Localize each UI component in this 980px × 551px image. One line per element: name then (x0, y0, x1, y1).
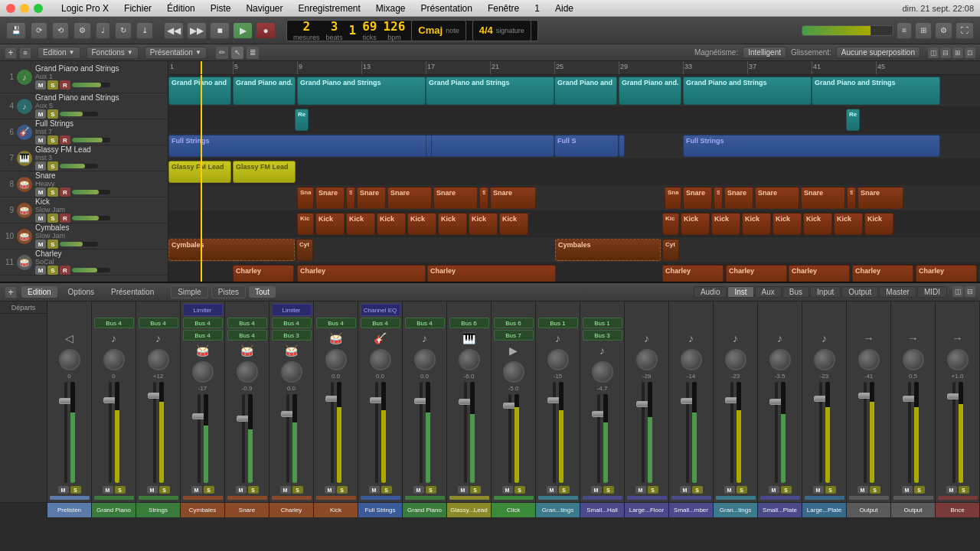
inst-tab[interactable]: Inst (727, 286, 753, 298)
solo-btn-4[interactable]: S (47, 109, 58, 119)
ch-mute-13[interactable]: M (635, 486, 646, 494)
region[interactable]: Grand Piano and... (233, 77, 296, 105)
solo-btn-9[interactable]: S (47, 214, 58, 223)
record-btn-8[interactable]: R (60, 187, 70, 197)
simple-tab[interactable]: Simple (171, 285, 208, 298)
record-btn-1[interactable]: R (60, 80, 70, 90)
ch-solo-16[interactable]: S (781, 486, 792, 494)
mute-btn-6[interactable]: M (35, 135, 46, 145)
menu-fichier[interactable]: Fichier (121, 3, 155, 14)
volume-9[interactable] (72, 216, 110, 220)
region[interactable]: Kick (681, 213, 710, 235)
fader-track-1[interactable] (109, 382, 112, 483)
ch-mute-5[interactable]: M (280, 486, 291, 494)
record-btn-6[interactable]: R (60, 135, 70, 145)
ch-bottom-label-7[interactable]: Full Strings (358, 503, 403, 517)
region[interactable]: Charley (726, 265, 787, 282)
pan-knob-16[interactable] (769, 349, 791, 370)
ch-bottom-label-12[interactable]: Small...Hall (580, 503, 625, 517)
send-6[interactable]: Bus 4 (316, 318, 356, 328)
pan-knob-20[interactable] (947, 349, 969, 370)
region[interactable]: Kic (297, 213, 314, 235)
volume-1[interactable] (72, 83, 110, 87)
region[interactable]: Snare (755, 187, 799, 209)
fader-track-10[interactable] (508, 394, 511, 483)
ch-bottom-label-10[interactable]: Click (492, 503, 536, 517)
ch-bottom-label-8[interactable]: Grand Piano (403, 503, 447, 517)
region[interactable]: Kick (864, 213, 893, 235)
region[interactable]: Snare (387, 187, 432, 209)
tout-tab[interactable]: Tout (249, 286, 276, 298)
region[interactable]: Cymbales (555, 239, 661, 261)
ch-mute-6[interactable]: M (325, 486, 335, 494)
fader-track-11[interactable] (553, 382, 556, 483)
pan-knob-12[interactable] (592, 361, 613, 383)
bounce-button[interactable]: ⤓ (136, 22, 153, 39)
ch-solo-15[interactable]: S (737, 486, 747, 494)
region[interactable]: Full Strings (168, 135, 554, 157)
pan-knob-5[interactable] (281, 361, 302, 383)
ch-mute-14[interactable]: M (680, 486, 691, 494)
ch-solo-11[interactable]: S (559, 486, 570, 494)
ch-solo-9[interactable]: S (470, 486, 481, 494)
region[interactable]: Kick (742, 213, 771, 235)
fader-track-20[interactable] (952, 382, 956, 483)
pistes-tab[interactable]: Pistes (211, 285, 246, 298)
region[interactable]: Snare (801, 187, 845, 209)
region[interactable]: Snare (315, 187, 345, 209)
ch-bottom-label-13[interactable]: Large...Floor (625, 503, 669, 517)
solo-btn-1[interactable]: S (47, 80, 58, 90)
menu-aide[interactable]: Aide (552, 3, 577, 14)
region[interactable]: Si (714, 187, 723, 209)
ch-bottom-label-14[interactable]: Small...mber (669, 503, 714, 517)
close-button[interactable] (6, 4, 15, 13)
ch-solo-19[interactable]: S (914, 486, 925, 494)
ch-mute-20[interactable]: M (946, 486, 957, 494)
mixer-options-tab[interactable]: Options (62, 286, 100, 298)
region[interactable]: Charley (789, 265, 850, 282)
menu-naviguer[interactable]: Naviguer (243, 3, 286, 14)
pan-knob-10[interactable] (503, 361, 524, 383)
region[interactable]: Si (847, 187, 856, 209)
menu-enregistrement[interactable]: Enregistrement (295, 3, 363, 14)
fader-track-7[interactable] (375, 382, 378, 483)
volume-4[interactable] (60, 112, 98, 116)
insert-7[interactable]: Channel EQ (361, 304, 400, 316)
ch-solo-18[interactable]: S (870, 486, 880, 494)
mute-btn-11[interactable]: M (35, 266, 46, 275)
send-2[interactable]: Bus 4 (139, 318, 178, 328)
region[interactable]: Kick (377, 213, 406, 235)
pan-knob-18[interactable] (858, 349, 880, 370)
fader-track-4[interactable] (242, 394, 245, 483)
region[interactable]: Cyt (296, 239, 313, 261)
fader-track-16[interactable] (775, 382, 778, 483)
region[interactable]: Charley (297, 265, 426, 282)
region[interactable]: Grand Piano and... (619, 77, 681, 105)
region[interactable]: Kick (438, 213, 467, 235)
pencil-tool[interactable]: ✏ (216, 47, 228, 59)
mixer-presentation-tab[interactable]: Présentation (105, 286, 160, 298)
solo-btn-8[interactable]: S (47, 187, 58, 197)
region[interactable]: Grand Piano and Strings (812, 77, 940, 105)
view-btn-3[interactable]: ⊞ (952, 47, 963, 58)
output-tab[interactable]: Output (841, 286, 878, 298)
ch-solo-4[interactable]: S (248, 486, 259, 494)
pan-knob-17[interactable] (814, 349, 835, 370)
ch-solo-8[interactable]: S (426, 486, 436, 494)
view-btn-4[interactable]: ⊡ (965, 47, 975, 58)
region[interactable]: Snare (683, 187, 712, 209)
ch-solo-14[interactable]: S (692, 486, 703, 494)
region[interactable]: Glassy FM Lead (168, 161, 231, 183)
list-view-button[interactable]: ≡ (897, 22, 912, 39)
maximize-button[interactable] (34, 4, 43, 13)
pan-knob-6[interactable] (325, 349, 347, 370)
mixer-button[interactable]: ⊞ (915, 22, 932, 39)
region[interactable]: Full S (554, 135, 619, 157)
ch-bottom-label-18[interactable]: Output (847, 503, 891, 517)
ch-mute-2[interactable]: M (147, 486, 158, 494)
region[interactable]: Cymbales (168, 239, 295, 261)
ruler[interactable]: 1 5 9 13 17 21 25 29 33 37 41 45 (168, 61, 980, 75)
position-display[interactable]: 2 mesures 3 beats 1 69 ticks 126 bpm Cma… (286, 20, 538, 41)
ch-mute-3[interactable]: M (191, 486, 202, 494)
region[interactable]: Re (846, 109, 860, 131)
